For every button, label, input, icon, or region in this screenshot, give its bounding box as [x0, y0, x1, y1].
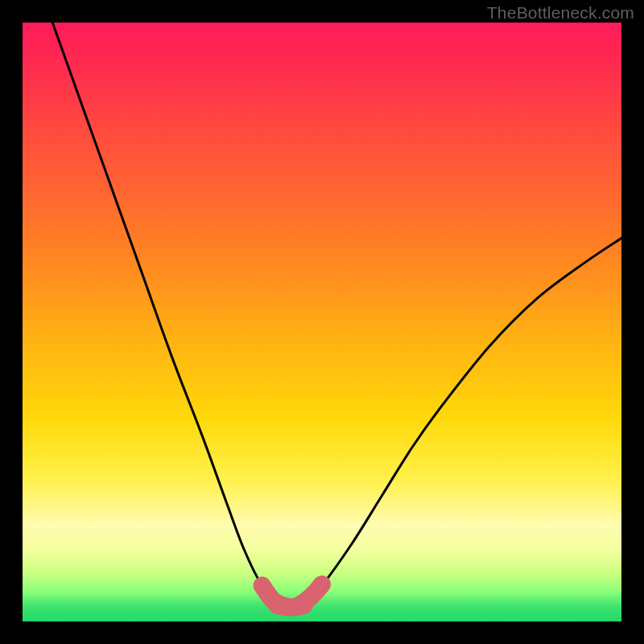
watermark-text: TheBottleneck.com [487, 3, 634, 23]
highlight-band-bottom [277, 605, 303, 607]
curve-layer [52, 23, 621, 607]
outer-black-frame: TheBottleneck.com [0, 0, 644, 644]
bottleneck-curve [52, 23, 621, 606]
chart-svg [23, 23, 621, 621]
plot-area [23, 23, 621, 621]
